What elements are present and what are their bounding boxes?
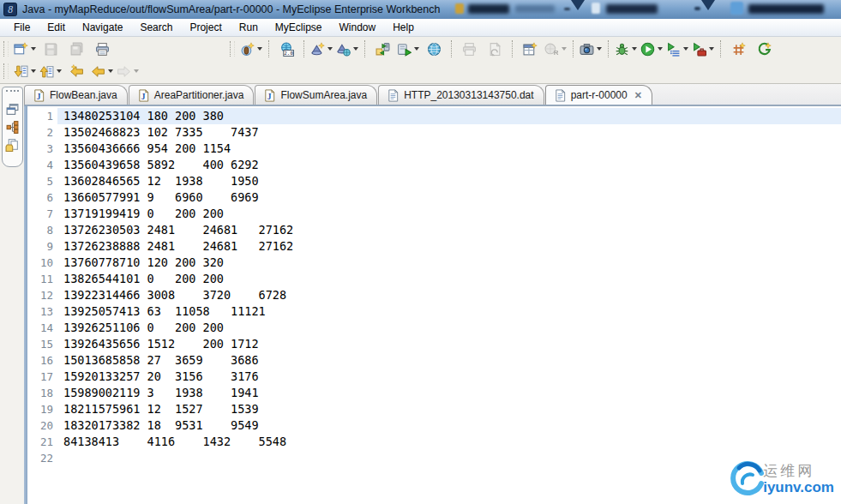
menu-search[interactable]: Search	[131, 20, 181, 36]
project-explorer-icon[interactable]	[5, 137, 21, 153]
editor-line[interactable]: 15920133257 20 3156 3176	[57, 369, 841, 385]
menu-navigate[interactable]: Navigate	[74, 20, 131, 36]
new-myeclipse-artifact-button[interactable]	[238, 39, 264, 59]
blur-blob	[564, 8, 570, 10]
dropdown-arrow-icon[interactable]	[257, 47, 262, 51]
editor-line[interactable]: 13560436666 954 200 1154	[57, 141, 841, 157]
editor-line[interactable]: 13922314466 3008 3720 6728	[57, 287, 841, 303]
previous-annotation-icon	[39, 64, 54, 79]
toolbar-grip[interactable]	[3, 63, 9, 79]
previous-annotation-button[interactable]	[38, 61, 63, 81]
dropdown-arrow-icon[interactable]	[658, 47, 663, 51]
tab-flowsumarea-java[interactable]: JFlowSumArea.java	[255, 85, 377, 105]
dropdown-arrow-icon[interactable]	[709, 47, 714, 51]
editor-line[interactable]: 13760778710 120 200 320	[57, 255, 841, 271]
back-button[interactable]	[89, 61, 115, 81]
iyunv-watermark: 运维网 iyunv.com	[729, 458, 834, 501]
editor-line[interactable]	[57, 450, 841, 466]
menu-window[interactable]: Window	[331, 20, 385, 36]
package-explorer-icon[interactable]	[5, 119, 21, 135]
line-number: 15	[27, 336, 53, 352]
web-2-0-globe-button[interactable]: 2.0	[273, 39, 299, 59]
editor-line[interactable]: 13502468823 102 7335 7437	[57, 124, 841, 141]
dropdown-arrow-icon[interactable]	[597, 47, 602, 51]
line-number-ruler[interactable]: 12345678910111213141516171819202122	[27, 106, 57, 504]
menu-project[interactable]: Project	[181, 20, 230, 36]
editor-line[interactable]: 13926251106 0 200 200	[57, 320, 841, 336]
myeclipse-wizard-button[interactable]	[309, 39, 334, 59]
forward-button	[115, 61, 141, 81]
dropdown-arrow-icon[interactable]	[31, 47, 36, 51]
run-history-button[interactable]	[664, 39, 690, 59]
editor-line[interactable]: 15989002119 3 1938 1941	[57, 385, 841, 401]
menu-file[interactable]: File	[5, 20, 39, 36]
editor-line[interactable]: 13826544101 0 200 200	[57, 271, 841, 287]
line-number: 2	[27, 124, 53, 141]
tab-part-r-00000[interactable]: part-r-00000✕	[545, 85, 652, 105]
tab-close-icon[interactable]: ✕	[634, 91, 642, 100]
menu-myeclipse[interactable]: MyEclipse	[267, 20, 331, 36]
dropdown-arrow-icon[interactable]	[57, 69, 62, 73]
tab-separator-triangle	[571, 0, 585, 10]
tab-areapartitioner-java[interactable]: JAreaPartitioner.java	[129, 85, 255, 105]
toolbar-grip[interactable]	[3, 41, 9, 57]
new-wizard-button[interactable]	[12, 39, 38, 59]
external-tools-button[interactable]	[690, 39, 716, 59]
fast-view-grip-handle[interactable]	[6, 90, 19, 95]
menu-run[interactable]: Run	[231, 20, 267, 36]
tab-flowbean-java[interactable]: JFlowBean.java	[24, 85, 128, 105]
dropdown-arrow-icon[interactable]	[414, 47, 419, 51]
deploy-project-button[interactable]	[369, 39, 395, 59]
debug-button[interactable]	[613, 39, 639, 59]
last-edit-location-button[interactable]	[63, 61, 89, 81]
generate-code-button[interactable]	[751, 39, 777, 59]
new-report-button[interactable]	[517, 39, 543, 59]
editor-line[interactable]: 13660577991 9 6960 6969	[57, 189, 841, 206]
run-server-button[interactable]	[395, 39, 421, 59]
tab-http-20130313143750-dat[interactable]: HTTP_20130313143750.dat	[378, 85, 544, 105]
web-browser-button[interactable]	[421, 39, 447, 59]
editor-line[interactable]: 18320173382 18 9531 9549	[57, 417, 841, 434]
editor-line[interactable]: 84138413 4116 1432 5548	[57, 434, 841, 450]
menu-edit[interactable]: Edit	[39, 20, 74, 36]
dropdown-arrow-icon[interactable]	[108, 69, 113, 73]
editor-line[interactable]: 15013685858 27 3659 3686	[57, 352, 841, 369]
dropdown-arrow-icon[interactable]	[632, 47, 637, 51]
editor-line[interactable]: 13602846565 12 1938 1950	[57, 173, 841, 189]
run-button[interactable]	[639, 39, 664, 59]
dropdown-arrow-icon[interactable]	[327, 47, 333, 51]
editor-line[interactable]: 13726238888 2481 24681 27162	[57, 238, 841, 255]
web-2-0-globe-icon: 2.0	[279, 42, 294, 57]
editor-line[interactable]: 13719199419 0 200 200	[57, 206, 841, 222]
refresh-publish-button	[482, 39, 508, 59]
line-number: 6	[27, 189, 53, 206]
new-working-set-button[interactable]	[725, 39, 751, 59]
data-file-icon	[387, 89, 399, 102]
svg-text:2.0: 2.0	[284, 51, 293, 56]
editor-text-content[interactable]: 13480253104 180 200 38013502468823 102 7…	[57, 106, 841, 504]
editor-line[interactable]: 13480253104 180 200 380	[57, 108, 841, 124]
editor-line[interactable]: 13926435656 1512 200 1712	[57, 336, 841, 352]
myeclipse-example-button[interactable]	[334, 39, 360, 59]
new-wizard-icon	[14, 42, 28, 57]
editor-line[interactable]: 13726230503 2481 24681 27162	[57, 222, 841, 238]
print-button[interactable]	[89, 39, 115, 59]
editor-line[interactable]: 13560439658 5892 400 6292	[57, 157, 841, 173]
restore-views-icon[interactable]	[5, 101, 21, 117]
myeclipse-logo-icon[interactable]: 8	[3, 3, 17, 16]
editor-line[interactable]: 13925057413 63 11058 11121	[57, 303, 841, 320]
java-file-icon: J	[33, 89, 45, 102]
window-titlebar[interactable]: 8 Java - myMapReduce/out/flowSumArea/par…	[0, 0, 841, 19]
editor-line[interactable]: 18211575961 12 1527 1539	[57, 401, 841, 417]
dropdown-arrow-icon[interactable]	[353, 47, 358, 51]
editor-tab-bar: JFlowBean.javaJAreaPartitioner.javaJFlow…	[24, 84, 841, 106]
dropdown-arrow-icon[interactable]	[31, 69, 36, 73]
dropdown-arrow-icon[interactable]	[683, 47, 688, 51]
toolbar-grip[interactable]	[230, 41, 235, 57]
svg-text:J: J	[37, 92, 41, 100]
print-icon	[95, 42, 110, 57]
line-number: 9	[27, 238, 53, 255]
snapshot-camera-button[interactable]	[578, 39, 604, 59]
menu-help[interactable]: Help	[384, 20, 423, 36]
next-annotation-button[interactable]	[12, 61, 38, 81]
